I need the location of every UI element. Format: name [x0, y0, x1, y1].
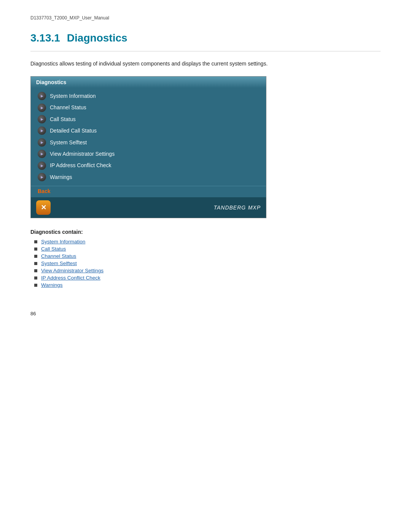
- ui-screenshot-box: Diagnostics System InformationChannel St…: [30, 76, 266, 218]
- contains-link[interactable]: System Information: [41, 239, 85, 244]
- menu-item-icon: [38, 126, 46, 135]
- ui-menu-item[interactable]: System Selftest: [31, 137, 266, 148]
- bullet-icon: [34, 284, 37, 287]
- doc-header: D1337703_T2000_MXP_User_Manual: [30, 15, 381, 21]
- menu-item-label: System Selftest: [50, 138, 87, 147]
- list-item: System Selftest: [34, 260, 381, 266]
- ui-menu-item[interactable]: Channel Status: [31, 102, 266, 113]
- section-title-text: Diagnostics: [67, 32, 127, 44]
- section-title: 3.13.1Diagnostics: [30, 32, 381, 44]
- bullet-icon: [34, 240, 37, 243]
- ui-bottom-bar: ✕ TANDBERG MXP: [31, 197, 266, 218]
- section-divider: [30, 51, 381, 51]
- bullet-icon: [34, 248, 37, 251]
- menu-item-label: System Information: [50, 92, 96, 100]
- contains-link[interactable]: IP Address Conflict Check: [41, 275, 100, 281]
- ui-menu-item[interactable]: IP Address Conflict Check: [31, 160, 266, 171]
- list-item: System Information: [34, 239, 381, 244]
- menu-item-label: IP Address Conflict Check: [50, 161, 112, 169]
- menu-item-label: View Administrator Settings: [50, 150, 115, 158]
- ui-brand-logo: TANDBERG MXP: [213, 204, 261, 211]
- ui-back-label[interactable]: Back: [38, 188, 50, 194]
- contains-link[interactable]: Call Status: [41, 246, 66, 252]
- contains-link[interactable]: Warnings: [41, 282, 63, 288]
- contains-list: System InformationCall StatusChannel Sta…: [30, 239, 381, 288]
- page-number: 86: [30, 311, 381, 316]
- ui-menu-item[interactable]: System Information: [31, 90, 266, 102]
- ui-title-text: Diagnostics: [36, 79, 66, 85]
- ui-menu-item[interactable]: View Administrator Settings: [31, 148, 266, 160]
- bullet-icon: [34, 262, 37, 265]
- doc-header-text: D1337703_T2000_MXP_User_Manual: [30, 15, 109, 21]
- menu-item-label: Warnings: [50, 173, 72, 181]
- contains-link[interactable]: Channel Status: [41, 253, 76, 259]
- ui-menu-area: System InformationChannel StatusCall Sta…: [31, 88, 266, 186]
- menu-item-icon: [38, 173, 46, 181]
- ui-menu-item[interactable]: Warnings: [31, 171, 266, 183]
- menu-item-label: Detailed Call Status: [50, 126, 97, 135]
- menu-item-label: Call Status: [50, 115, 76, 123]
- contains-section: Diagnostics contain: System InformationC…: [30, 229, 381, 288]
- bullet-icon: [34, 269, 37, 272]
- contains-link[interactable]: View Administrator Settings: [41, 268, 104, 273]
- contains-heading: Diagnostics contain:: [30, 229, 381, 235]
- ui-brand-suffix: MXP: [248, 204, 261, 211]
- menu-item-label: Channel Status: [50, 103, 86, 112]
- contains-link[interactable]: System Selftest: [41, 260, 77, 266]
- list-item: Warnings: [34, 282, 381, 288]
- menu-item-icon: [38, 115, 46, 123]
- list-item: IP Address Conflict Check: [34, 275, 381, 281]
- section-number: 3.13.1: [30, 32, 60, 44]
- list-item: Channel Status: [34, 253, 381, 259]
- list-item: View Administrator Settings: [34, 268, 381, 273]
- bullet-icon: [34, 255, 37, 258]
- ui-title-bar: Diagnostics: [31, 77, 266, 88]
- ui-back-bar: Back: [31, 186, 266, 197]
- ui-close-button[interactable]: ✕: [36, 200, 51, 215]
- ui-brand-name: TANDBERG: [213, 204, 246, 211]
- intro-paragraph: Diagnostics allows testing of individual…: [30, 60, 381, 68]
- menu-item-icon: [38, 161, 46, 170]
- ui-menu-item[interactable]: Detailed Call Status: [31, 125, 266, 136]
- menu-item-icon: [38, 150, 46, 158]
- list-item: Call Status: [34, 246, 381, 252]
- menu-item-icon: [38, 138, 46, 147]
- menu-item-icon: [38, 104, 46, 112]
- ui-menu-item[interactable]: Call Status: [31, 113, 266, 125]
- menu-item-icon: [38, 92, 46, 100]
- bullet-icon: [34, 276, 37, 280]
